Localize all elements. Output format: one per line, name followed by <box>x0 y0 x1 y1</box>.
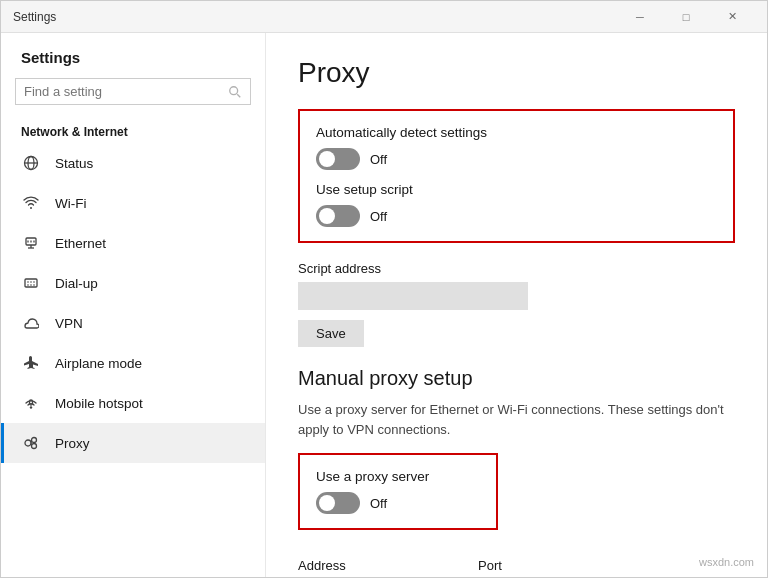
detect-toggle-row: Off <box>316 148 717 170</box>
detect-toggle-knob <box>319 151 335 167</box>
sidebar-item-proxy[interactable]: Proxy <box>1 423 265 463</box>
sidebar-item-vpn-label: VPN <box>55 316 83 331</box>
svg-point-17 <box>33 284 35 286</box>
svg-point-21 <box>32 438 37 443</box>
svg-point-12 <box>27 281 29 283</box>
sidebar-item-status-label: Status <box>55 156 93 171</box>
detect-toggle[interactable] <box>316 148 360 170</box>
window-title: Settings <box>13 10 56 24</box>
proxy-toggle-label: Off <box>370 496 387 511</box>
script-toggle-knob <box>319 208 335 224</box>
svg-point-22 <box>32 444 37 449</box>
address-label: Address <box>298 558 458 573</box>
svg-point-16 <box>30 284 32 286</box>
ethernet-icon <box>21 233 41 253</box>
sidebar-item-wifi-label: Wi-Fi <box>55 196 86 211</box>
svg-point-14 <box>33 281 35 283</box>
svg-point-15 <box>27 284 29 286</box>
svg-point-0 <box>230 86 238 94</box>
sidebar-item-proxy-label: Proxy <box>55 436 90 451</box>
detect-toggle-label: Off <box>370 152 387 167</box>
sidebar-item-dialup-label: Dial-up <box>55 276 98 291</box>
minimize-button[interactable]: ─ <box>617 1 663 33</box>
window-controls: ─ □ ✕ <box>617 1 755 33</box>
sidebar-item-ethernet[interactable]: Ethernet <box>1 223 265 263</box>
proxy-server-section: Use a proxy server Off <box>298 453 498 530</box>
sidebar-item-hotspot[interactable]: Mobile hotspot <box>1 383 265 423</box>
manual-section-title: Manual proxy setup <box>298 367 735 390</box>
port-group: Port <box>478 552 558 577</box>
svg-point-18 <box>30 406 32 408</box>
svg-line-1 <box>237 94 240 97</box>
address-group: Address <box>298 552 458 577</box>
wifi-icon <box>21 193 41 213</box>
proxy-icon <box>21 433 41 453</box>
save-button[interactable]: Save <box>298 320 364 347</box>
main-content: Proxy Automatically detect settings Off … <box>266 33 767 577</box>
search-input[interactable] <box>24 84 228 99</box>
globe-icon <box>21 153 41 173</box>
sidebar-item-wifi[interactable]: Wi-Fi <box>1 183 265 223</box>
vpn-icon <box>21 313 41 333</box>
proxy-server-label: Use a proxy server <box>316 469 480 484</box>
port-label: Port <box>478 558 558 573</box>
svg-point-13 <box>30 281 32 283</box>
address-port-row: Address Port <box>298 552 735 577</box>
sidebar: Settings Network & Internet S <box>1 33 266 577</box>
page-title: Proxy <box>298 57 735 89</box>
search-icon <box>228 85 242 99</box>
sidebar-item-status[interactable]: Status <box>1 143 265 183</box>
airplane-icon <box>21 353 41 373</box>
script-address-input[interactable] <box>298 282 528 310</box>
sidebar-item-vpn[interactable]: VPN <box>1 303 265 343</box>
sidebar-title: Settings <box>1 33 265 74</box>
svg-point-20 <box>25 440 31 446</box>
proxy-toggle[interactable] <box>316 492 360 514</box>
sidebar-section-label: Network & Internet <box>1 115 265 143</box>
proxy-toggle-knob <box>319 495 335 511</box>
sidebar-item-airplane[interactable]: Airplane mode <box>1 343 265 383</box>
proxy-toggle-row: Off <box>316 492 480 514</box>
auto-proxy-section: Automatically detect settings Off Use se… <box>298 109 735 243</box>
svg-line-23 <box>31 441 32 444</box>
close-button[interactable]: ✕ <box>709 1 755 33</box>
titlebar: Settings ─ □ ✕ <box>1 1 767 33</box>
search-box[interactable] <box>15 78 251 105</box>
sidebar-item-airplane-label: Airplane mode <box>55 356 142 371</box>
dialup-icon <box>21 273 41 293</box>
script-toggle[interactable] <box>316 205 360 227</box>
sidebar-item-dialup[interactable]: Dial-up <box>1 263 265 303</box>
detect-settings-label: Automatically detect settings <box>316 125 717 140</box>
script-toggle-row: Off <box>316 205 717 227</box>
hotspot-icon <box>21 393 41 413</box>
script-address-label: Script address <box>298 261 735 276</box>
svg-line-24 <box>31 443 32 446</box>
manual-description: Use a proxy server for Ethernet or Wi-Fi… <box>298 400 735 439</box>
script-toggle-label: Off <box>370 209 387 224</box>
setup-script-label: Use setup script <box>316 182 717 197</box>
settings-window: Settings ─ □ ✕ Settings Network & Intern… <box>0 0 768 578</box>
maximize-button[interactable]: □ <box>663 1 709 33</box>
main-layout: Settings Network & Internet S <box>1 33 767 577</box>
sidebar-item-ethernet-label: Ethernet <box>55 236 106 251</box>
sidebar-item-hotspot-label: Mobile hotspot <box>55 396 143 411</box>
